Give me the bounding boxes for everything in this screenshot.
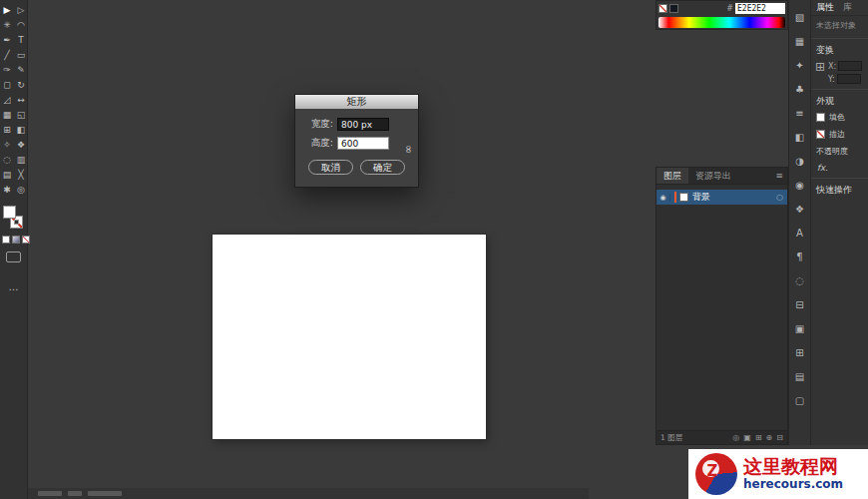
direct-selection-tool-icon[interactable]: ▷	[14, 2, 28, 17]
swatches-panel-icon[interactable]: ▦	[789, 29, 810, 53]
rectangle-tool-icon[interactable]: ▭	[14, 47, 28, 62]
artboard[interactable]	[213, 235, 486, 439]
appearance-section-title: 外观	[816, 95, 868, 108]
character-panel-icon[interactable]: A	[789, 221, 810, 245]
align-panel-icon[interactable]: ⊟	[789, 292, 810, 316]
paintbrush-tool-icon[interactable]: ✑	[0, 62, 14, 77]
ok-button[interactable]: 确定	[360, 160, 405, 175]
x-label: X:	[828, 62, 836, 71]
new-layer-icon[interactable]: ⊕	[766, 433, 773, 442]
layers-panel: 图层 资源导出 ≡ ◉ 背景 ○ 1 图层 ◎ ▣ ⊞ ⊕ ⊟	[655, 167, 788, 445]
locate-object-icon[interactable]: ◎	[732, 433, 739, 442]
color-spectrum-bar[interactable]	[658, 17, 785, 28]
draw-mode-button[interactable]	[6, 251, 21, 262]
shape-builder-tool-icon[interactable]: ◱	[14, 107, 28, 122]
color-mode-buttons	[2, 236, 30, 244]
eyedropper-tool-icon[interactable]: ✧	[0, 137, 14, 152]
fx-button[interactable]: fx.	[817, 163, 868, 173]
artboards-panel-icon[interactable]: ▤	[789, 364, 810, 388]
fill-swatch-icon[interactable]	[816, 113, 825, 122]
gradient-panel-icon[interactable]: ◧	[789, 125, 810, 149]
column-graph-tool-icon[interactable]: ▥	[14, 152, 28, 167]
y-input[interactable]	[837, 74, 861, 84]
gradient-mode-button[interactable]	[12, 236, 20, 244]
status-bar	[28, 488, 589, 499]
selection-tool-icon[interactable]: ▶	[0, 2, 14, 17]
toolbar-more-button[interactable]: …	[0, 281, 28, 292]
gradient-tool-icon[interactable]: ◧	[14, 122, 28, 137]
layers-panel-icon[interactable]: ▢	[789, 388, 810, 412]
symbol-sprayer-tool-icon[interactable]: ◌	[0, 152, 14, 167]
delete-layer-icon[interactable]: ⊟	[776, 433, 783, 442]
opacity-label[interactable]: 不透明度	[816, 146, 848, 157]
tab-libraries[interactable]: 库	[843, 1, 852, 14]
width-input[interactable]	[337, 118, 389, 131]
visibility-eye-icon[interactable]: ◉	[656, 194, 670, 202]
eraser-tool-icon[interactable]: ◻	[0, 77, 14, 92]
artboard-tool-icon[interactable]: ▤	[0, 167, 14, 182]
magic-wand-tool-icon[interactable]: ✳	[0, 17, 14, 32]
lasso-tool-icon[interactable]: ◠	[14, 17, 28, 32]
dialog-body: 宽度: 高度: ∞ 取消 确定	[295, 109, 418, 187]
artboard-navigation[interactable]	[68, 491, 82, 496]
graphic-styles-panel-icon[interactable]: ❖	[789, 197, 810, 221]
line-segment-tool-icon[interactable]: ╱	[0, 47, 14, 62]
layer-thumbnail	[679, 193, 688, 202]
transparency-panel-icon[interactable]: ◑	[789, 149, 810, 173]
tools-grid: ▶ ▷ ✳ ◠ ✒ T ╱ ▭ ✑ ✎ ◻ ↻ ◿ ↔ ▦ ◱ ⊞ ◧ ✧ ❖ …	[0, 0, 27, 197]
scale-tool-icon[interactable]: ◿	[0, 92, 14, 107]
properties-panel: 属性 库 未选择对象 变换 ⊞ X: Y: 外观 填色	[811, 0, 868, 445]
paragraph-panel-icon[interactable]: ¶	[789, 245, 810, 268]
free-transform-tool-icon[interactable]: ▦	[0, 107, 14, 122]
hand-tool-icon[interactable]: ✱	[0, 182, 14, 197]
rotate-tool-icon[interactable]: ↻	[14, 77, 28, 92]
brushes-panel-icon[interactable]: ✦	[789, 53, 810, 77]
last-color-swatch[interactable]	[669, 4, 678, 13]
type-tool-icon[interactable]: T	[14, 32, 28, 47]
layer-target-icon[interactable]: ○	[776, 193, 783, 202]
panel-menu-icon[interactable]: ≡	[775, 171, 783, 181]
zoom-tool-icon[interactable]: ◎	[14, 182, 28, 197]
color-mode-button[interactable]	[2, 236, 10, 244]
y-label: Y:	[828, 75, 835, 84]
layer-row-background[interactable]: ◉ 背景 ○	[656, 190, 787, 205]
illustrator-window: ▶ ▷ ✳ ◠ ✒ T ╱ ▭ ✑ ✎ ◻ ↻ ◿ ↔ ▦ ◱ ⊞ ◧ ✧ ❖ …	[0, 0, 868, 499]
zoom-level-indicator[interactable]	[38, 491, 62, 496]
x-input[interactable]	[838, 61, 862, 71]
watermark-site-name: 这里教程网	[743, 456, 843, 478]
hex-color-input[interactable]	[735, 3, 785, 14]
tab-layers[interactable]: 图层	[656, 168, 688, 184]
tab-asset-export[interactable]: 资源导出	[688, 168, 738, 184]
stroke-panel-icon[interactable]: ≡	[789, 101, 810, 125]
fill-color-swatch[interactable]	[3, 206, 16, 219]
none-mode-button[interactable]	[22, 236, 30, 244]
mesh-tool-icon[interactable]: ⊞	[0, 122, 14, 137]
none-color-swatch[interactable]	[658, 4, 667, 13]
layer-name[interactable]: 背景	[692, 191, 710, 204]
tools-panel: ▶ ▷ ✳ ◠ ✒ T ╱ ▭ ✑ ✎ ◻ ↻ ◿ ↔ ▦ ◱ ⊞ ◧ ✧ ❖ …	[0, 0, 28, 499]
slice-tool-icon[interactable]: ╳	[14, 167, 28, 182]
pathfinder-panel-icon[interactable]: ▣	[789, 316, 810, 340]
width-tool-icon[interactable]: ↔	[14, 92, 28, 107]
dialog-title[interactable]: 矩形	[295, 95, 418, 109]
reference-point-icon[interactable]: ⊞	[815, 61, 825, 73]
layers-list: ◉ 背景 ○	[656, 185, 787, 430]
constrain-proportions-icon[interactable]: ∞	[402, 145, 415, 154]
blend-tool-icon[interactable]: ❖	[14, 137, 28, 152]
transform-panel-icon[interactable]: ⊞	[789, 340, 810, 364]
symbols-panel-icon[interactable]: ♣	[789, 77, 810, 101]
new-sublayer-icon[interactable]: ⊞	[755, 433, 762, 442]
height-input[interactable]	[337, 137, 389, 150]
color-panel-icon[interactable]: ▧	[789, 5, 810, 29]
no-selection-label: 未选择对象	[816, 20, 868, 31]
pen-tool-icon[interactable]: ✒	[0, 32, 14, 47]
appearance-panel-icon[interactable]: ◉	[789, 173, 810, 197]
make-mask-icon[interactable]: ▣	[743, 433, 751, 442]
cancel-button[interactable]: 取消	[308, 160, 353, 175]
hex-hash-label: #	[726, 4, 733, 13]
stroke-swatch-icon[interactable]	[816, 130, 825, 139]
tab-properties[interactable]: 属性	[816, 1, 834, 14]
pencil-tool-icon[interactable]: ✎	[14, 62, 28, 77]
rectangle-dialog: 矩形 宽度: 高度: ∞ 取消 确定	[294, 94, 419, 188]
glyphs-panel-icon[interactable]: ◌	[789, 268, 810, 292]
